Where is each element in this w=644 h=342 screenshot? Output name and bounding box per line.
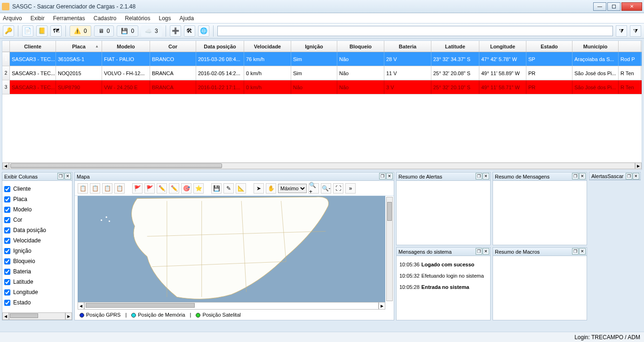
column-toggle[interactable]: Velocidade: [4, 235, 70, 246]
dock-icon[interactable]: ❐: [476, 248, 482, 255]
zoom-select[interactable]: Máximo: [278, 184, 307, 193]
column-toggle[interactable]: Latitude: [4, 277, 70, 287]
dock-icon[interactable]: ❐: [572, 248, 579, 255]
table-row[interactable]: 3SASCAR3 - TEC...SUP8790VW - 24.250 EBRA…: [2, 80, 642, 94]
menu-arquivo[interactable]: Arquivo: [3, 15, 22, 22]
book-icon[interactable]: 📒: [36, 25, 48, 37]
doc-icon[interactable]: 📄: [22, 25, 33, 37]
close-icon[interactable]: ✕: [483, 248, 489, 255]
add-icon[interactable]: ➕: [170, 25, 181, 37]
more-icon[interactable]: »: [345, 183, 356, 194]
close-icon[interactable]: ✕: [64, 173, 71, 179]
hand-icon[interactable]: ✋: [266, 183, 276, 194]
pencil-icon[interactable]: ✎: [223, 183, 234, 194]
close-icon[interactable]: ✕: [579, 248, 586, 255]
col-cliente[interactable]: Cliente: [10, 41, 56, 52]
alert-badge-3[interactable]: 💾0: [117, 25, 138, 37]
dock-icon[interactable]: ❐: [379, 173, 386, 179]
tools-icon[interactable]: 🛠: [184, 25, 195, 37]
clipboard-icon[interactable]: 📋: [78, 183, 88, 194]
zoom-out-icon[interactable]: 🔍-: [321, 183, 331, 194]
column-toggle[interactable]: Modelo: [4, 204, 70, 215]
column-toggle[interactable]: Placa: [4, 194, 70, 204]
close-icon[interactable]: ✕: [579, 173, 586, 179]
close-icon[interactable]: ✕: [386, 173, 393, 179]
col-cor[interactable]: Cor: [150, 41, 196, 52]
grid-hscroll[interactable]: ◀▶: [2, 162, 642, 170]
main-toolbar: 🔑 📄 📒 🗺 ⚠️0 🖥0 💾0 ☁️3 ➕ 🛠 🌐 ⧩ ⧩: [0, 23, 644, 39]
col-bloqueio[interactable]: Bloqueio: [337, 41, 384, 52]
close-button[interactable]: ✕: [621, 2, 642, 11]
table-row[interactable]: 1SASCAR3 - TEC...3610SAS-1FIAT - PALIOBR…: [2, 52, 642, 66]
panel-resumo-alertas: Resumo de Alertas❐✕: [396, 172, 491, 245]
panel-title-colunas: Exibir Colunas: [4, 174, 38, 179]
menu-ferramentas[interactable]: Ferramentas: [53, 15, 85, 22]
pointer-icon[interactable]: ➤: [254, 183, 264, 194]
column-toggle[interactable]: Bloqueio: [4, 256, 70, 266]
col-placa[interactable]: Placa▲: [56, 41, 102, 52]
flag2-icon[interactable]: 🚩: [144, 183, 155, 194]
window-title: SASGC - Sascar Gerenciador de Cargas - 2…: [12, 3, 593, 10]
zoom-in-icon[interactable]: 🔍+: [309, 183, 319, 194]
close-icon[interactable]: ✕: [483, 173, 489, 179]
alert-badge-2[interactable]: 🖥0: [94, 25, 114, 37]
col-ignicao[interactable]: Ignição: [291, 41, 337, 52]
menu-logs[interactable]: Logs: [159, 15, 171, 22]
clipboard2-icon[interactable]: 📋: [90, 183, 100, 194]
column-toggle[interactable]: Longitude: [4, 287, 70, 297]
menu-ajuda[interactable]: Ajuda: [180, 15, 194, 22]
colpanel-hscroll[interactable]: ◀▶: [2, 312, 72, 320]
col-bateria[interactable]: Bateria: [384, 41, 431, 52]
menu-exibir[interactable]: Exibir: [31, 15, 45, 22]
column-toggle[interactable]: Ignição: [4, 246, 70, 256]
col-estado[interactable]: Estado: [526, 41, 572, 52]
panel-resumo-mensagens: Resumo de Mensagens❐✕: [493, 172, 587, 245]
minimize-button[interactable]: —: [593, 2, 606, 11]
maximize-button[interactable]: [607, 2, 620, 11]
map-vscroll[interactable]: [386, 197, 393, 301]
alert-badge-1[interactable]: ⚠️0: [70, 25, 91, 37]
brazil-icon[interactable]: 🗺: [50, 25, 62, 37]
menu-cadastro[interactable]: Cadastro: [94, 15, 117, 22]
col-velocidade[interactable]: Velocidade: [244, 41, 291, 52]
column-toggle[interactable]: Cor: [4, 215, 70, 225]
table-row[interactable]: 2SASCAR3 - TEC...NOQ2015VOLVO - FH-12...…: [2, 66, 642, 80]
dock-icon[interactable]: ❐: [476, 173, 482, 179]
key-icon[interactable]: 🔑: [3, 25, 14, 37]
col-latitude[interactable]: Latitude: [431, 41, 479, 52]
col-data[interactable]: Data posição: [196, 41, 244, 52]
flag1-icon[interactable]: 🚩: [132, 183, 143, 194]
map-hscroll[interactable]: ◀▶: [78, 302, 385, 310]
dock-icon[interactable]: ❐: [572, 173, 579, 179]
column-toggle[interactable]: Bateria: [4, 266, 70, 277]
column-toggle[interactable]: Data posição: [4, 225, 70, 235]
pen-icon[interactable]: ✏️: [157, 183, 167, 194]
target-icon[interactable]: 🎯: [181, 183, 191, 194]
dock-icon[interactable]: ❐: [57, 173, 64, 179]
filter-icon[interactable]: ⧩: [616, 25, 627, 37]
compass-icon[interactable]: 📐: [236, 183, 246, 194]
column-toggle[interactable]: Estado: [4, 297, 70, 308]
vehicle-grid: Cliente Placa▲ Modelo Cor Data posição V…: [2, 40, 642, 170]
column-toggle[interactable]: Cliente: [4, 184, 70, 194]
col-modelo[interactable]: Modelo: [102, 41, 150, 52]
zoom-fit-icon[interactable]: ⛶: [333, 183, 343, 194]
globe-icon[interactable]: 🌐: [198, 25, 209, 37]
col-longitude[interactable]: Longitude: [479, 41, 526, 52]
alert-badge-4[interactable]: ☁️3: [141, 25, 162, 37]
map-canvas[interactable]: [78, 196, 385, 302]
pen2-icon[interactable]: ✏️: [169, 183, 179, 194]
system-message: 10:05:36Logado com sucesso: [399, 259, 487, 270]
clipboard4-icon[interactable]: 📋: [114, 183, 125, 194]
search-input[interactable]: [217, 26, 613, 36]
col-end[interactable]: [619, 41, 641, 52]
menu-relatorios[interactable]: Relatórios: [125, 15, 150, 22]
filter-clear-icon[interactable]: ⧩: [630, 25, 641, 37]
dock-icon[interactable]: ❐: [626, 173, 632, 179]
star-icon[interactable]: ⭐: [193, 183, 204, 194]
clipboard3-icon[interactable]: 📋: [102, 183, 112, 194]
close-icon[interactable]: ✕: [633, 173, 639, 179]
login-status: Login: TRECAMPO / ADM: [574, 334, 640, 341]
col-municipio[interactable]: Município: [572, 41, 619, 52]
save-icon[interactable]: 💾: [211, 183, 222, 194]
